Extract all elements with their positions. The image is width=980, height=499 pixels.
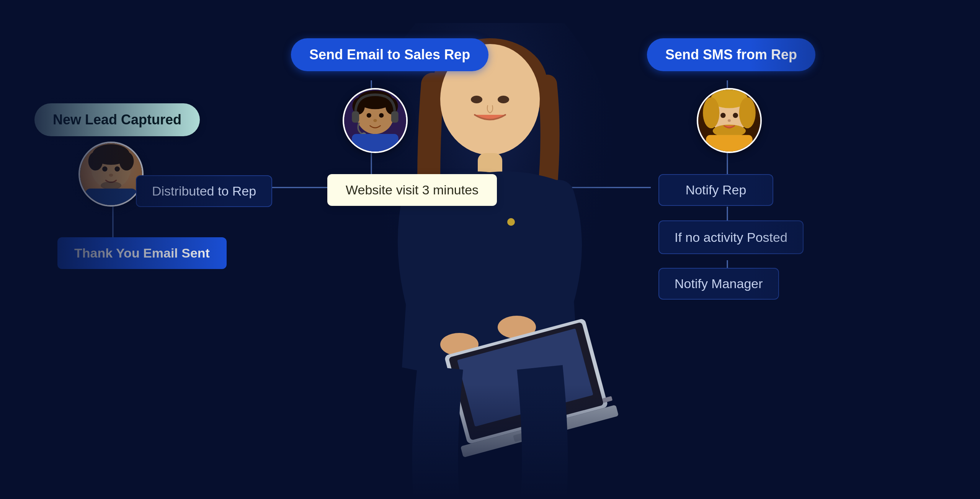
svg-rect-36 — [391, 111, 399, 123]
avatar-face-headset — [344, 90, 406, 152]
svg-point-52 — [471, 96, 482, 103]
avatar-face — [80, 143, 142, 205]
website-visit-node[interactable]: Website visit 3 minutes — [327, 174, 497, 206]
thank-you-email-node[interactable]: Thank You Email Sent — [57, 237, 227, 269]
no-activity-posted-node[interactable]: If no activity Posted — [658, 220, 804, 254]
person-figure — [356, 23, 624, 497]
svg-point-25 — [101, 181, 121, 190]
svg-point-34 — [373, 119, 377, 122]
svg-point-47 — [728, 119, 731, 122]
svg-rect-35 — [352, 111, 359, 123]
svg-point-63 — [507, 218, 515, 226]
svg-point-21 — [119, 152, 134, 171]
send-sms-from-rep-node[interactable]: Send SMS from Rep — [647, 38, 815, 71]
svg-point-22 — [102, 166, 108, 172]
svg-point-20 — [88, 152, 103, 171]
svg-point-45 — [720, 113, 726, 118]
notify-rep-node[interactable]: Notify Rep — [658, 174, 773, 206]
avatar-male-lead — [78, 142, 144, 207]
svg-point-42 — [703, 97, 719, 128]
svg-point-46 — [733, 113, 738, 118]
svg-point-43 — [739, 97, 756, 128]
svg-point-32 — [367, 113, 371, 117]
notify-manager-node[interactable]: Notify Manager — [658, 268, 779, 300]
send-email-sales-rep-node[interactable]: Send Email to Sales Rep — [291, 38, 488, 71]
main-scene: New Lead Captured — [0, 0, 980, 499]
distributed-to-rep-node[interactable]: Distributed to Rep — [136, 175, 272, 207]
avatar-female-rep — [697, 88, 762, 153]
svg-point-24 — [109, 174, 113, 177]
avatar-face-female — [698, 90, 760, 152]
svg-point-53 — [498, 96, 509, 103]
svg-point-33 — [379, 113, 384, 117]
avatar-male-headset — [343, 88, 408, 153]
svg-point-23 — [114, 166, 120, 172]
new-lead-captured-node[interactable]: New Lead Captured — [34, 103, 200, 136]
